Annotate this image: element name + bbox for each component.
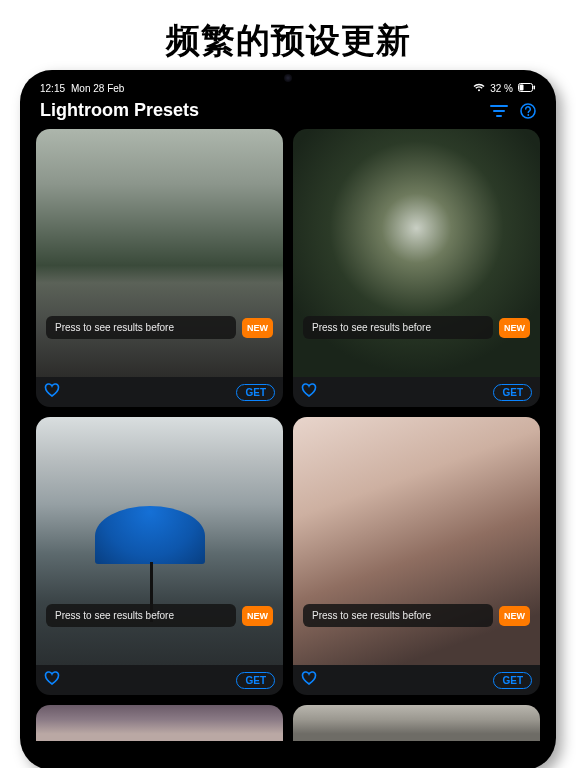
press-hint: Press to see results before	[46, 604, 236, 627]
new-badge: NEW	[242, 606, 273, 626]
preset-card[interactable]	[36, 705, 283, 741]
new-badge: NEW	[242, 318, 273, 338]
preset-grid: Press to see results before NEW GET Pres…	[26, 129, 550, 741]
card-footer: GET	[293, 377, 540, 407]
heart-icon[interactable]	[44, 383, 60, 401]
front-camera	[284, 74, 292, 82]
new-badge: NEW	[499, 606, 530, 626]
preset-image[interactable]: Press to see results before NEW	[293, 129, 540, 377]
tablet-frame: 12:15 Mon 28 Feb 32 % Lightroom Presets	[20, 70, 556, 768]
preset-image[interactable]: Press to see results before NEW	[36, 417, 283, 665]
screen: 12:15 Mon 28 Feb 32 % Lightroom Presets	[26, 76, 550, 764]
svg-point-4	[527, 114, 529, 116]
preset-card[interactable]: Press to see results before NEW GET	[36, 417, 283, 695]
heart-icon[interactable]	[301, 671, 317, 689]
get-button[interactable]: GET	[493, 384, 532, 401]
preset-image[interactable]: Press to see results before NEW	[293, 417, 540, 665]
card-footer: GET	[293, 665, 540, 695]
press-hint: Press to see results before	[303, 604, 493, 627]
get-button[interactable]: GET	[236, 672, 275, 689]
promo-headline: 频繁的预设更新	[0, 0, 576, 74]
status-battery-text: 32 %	[490, 83, 513, 94]
get-button[interactable]: GET	[493, 672, 532, 689]
heart-icon[interactable]	[44, 671, 60, 689]
battery-icon	[518, 83, 536, 94]
preset-card[interactable]: Press to see results before NEW GET	[293, 417, 540, 695]
wifi-icon	[473, 83, 485, 94]
preset-image[interactable]: Press to see results before NEW	[36, 129, 283, 377]
app-header: Lightroom Presets	[26, 96, 550, 129]
get-button[interactable]: GET	[236, 384, 275, 401]
preset-card[interactable]: Press to see results before NEW GET	[293, 129, 540, 407]
card-footer: GET	[36, 665, 283, 695]
help-icon[interactable]	[520, 103, 536, 119]
umbrella-shape	[95, 506, 205, 564]
svg-rect-1	[520, 84, 524, 90]
preset-image[interactable]	[36, 705, 283, 741]
press-hint: Press to see results before	[303, 316, 493, 339]
preset-card[interactable]: Press to see results before NEW GET	[36, 129, 283, 407]
card-footer: GET	[36, 377, 283, 407]
preset-image[interactable]	[293, 705, 540, 741]
press-hint: Press to see results before	[46, 316, 236, 339]
heart-icon[interactable]	[301, 383, 317, 401]
filter-icon[interactable]	[490, 104, 508, 118]
preset-card[interactable]	[293, 705, 540, 741]
status-time: 12:15	[40, 83, 65, 94]
status-date: Mon 28 Feb	[71, 83, 124, 94]
page-title: Lightroom Presets	[40, 100, 199, 121]
svg-rect-2	[534, 85, 536, 89]
new-badge: NEW	[499, 318, 530, 338]
